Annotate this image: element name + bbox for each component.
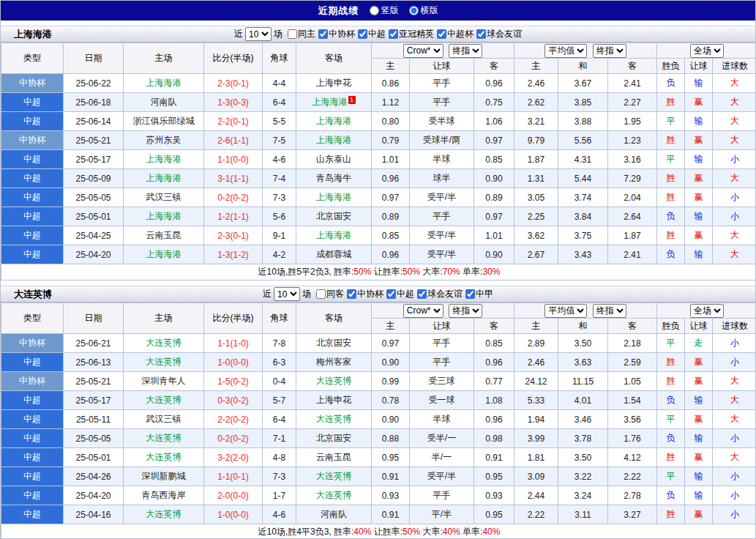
checkbox-input[interactable] [417, 289, 427, 299]
summary-text: 大率: [420, 527, 443, 537]
handicap-home-odds-cell: 1.12 [372, 93, 410, 112]
checkbox-input[interactable] [389, 29, 398, 39]
match-row: 中超25-04-20上海海港1-3(1-2)4-2成都蓉城0.96受平/半0.9… [1, 245, 756, 264]
league-type-cell: 中超 [1, 207, 64, 226]
filter-checkbox[interactable]: 同主 [288, 28, 315, 40]
match-date-cell: 25-05-01 [64, 448, 124, 467]
away-team-name: 大连英博 [316, 471, 351, 481]
result-cell: 负 [657, 486, 685, 505]
match-date-cell: 25-04-25 [64, 226, 124, 245]
filter-checkbox[interactable]: 中协杯 [318, 28, 355, 40]
handicap-line-cell: 平手 [410, 334, 474, 353]
match-date-cell: 25-05-17 [64, 150, 124, 169]
match-count-select[interactable]: 10 [245, 27, 272, 41]
filter-checkbox[interactable]: 中超杯 [437, 28, 474, 40]
home-team-cell: 深圳青年人 [124, 372, 204, 391]
col-header-type: 类型 [1, 303, 64, 334]
avg-home-odds-cell: 3.21 [514, 112, 558, 131]
summary-row: 近10场,胜4平3负3, 胜率:40% 让胜率:50% 大率:40% 单率:40… [1, 524, 756, 539]
final-odds-select-2[interactable]: 终指 [593, 44, 626, 58]
checkbox-input[interactable] [476, 29, 486, 39]
filter-checkbox[interactable]: 同客 [316, 288, 344, 300]
scope-select[interactable]: 全场 [690, 304, 724, 318]
checkbox-input[interactable] [358, 29, 367, 39]
filter-checkbox[interactable]: 中协杯 [347, 288, 383, 300]
avg-home-odds-cell: 1.87 [514, 150, 558, 169]
match-date-cell: 25-04-20 [64, 486, 124, 505]
handicap-result-cell: 赢 [685, 226, 713, 245]
match-count-select[interactable]: 10 [274, 287, 300, 301]
filter-checkbox[interactable]: 中甲 [465, 288, 493, 300]
final-odds-select[interactable]: 终指 [449, 44, 482, 58]
handicap-odds-group-header: Crow* 终指 [372, 303, 514, 319]
checkbox-input[interactable] [465, 289, 475, 299]
home-team-cell: 上海海港 [124, 169, 204, 188]
handicap-result-cell: 输 [685, 429, 713, 448]
filter-checkbox[interactable]: 亚冠精英 [389, 28, 434, 40]
goals-result-cell: 小 [713, 429, 756, 448]
sub-header-goals: 进球数 [713, 59, 756, 74]
away-team-cell: 梅州客家 [296, 353, 372, 372]
result-cell: 胜 [657, 353, 685, 372]
score-cell: 0-2(0-2) [204, 429, 263, 448]
avg-away-odds-cell: 2.18 [608, 334, 657, 353]
home-team-name: 大连英博 [146, 395, 181, 405]
filter-checkbox[interactable]: 球会友谊 [476, 28, 522, 40]
vertical-radio-input[interactable] [370, 6, 379, 15]
final-odds-select[interactable]: 终指 [449, 304, 482, 318]
handicap-line-cell: 球半 [410, 169, 474, 188]
horizontal-radio-input[interactable] [409, 6, 419, 15]
filter-checkbox[interactable]: 中超 [386, 288, 414, 300]
sub-header-avg-draw: 和 [558, 319, 608, 334]
filter-checkbox[interactable]: 中超 [358, 28, 386, 40]
avg-home-odds-cell: 2.44 [514, 486, 558, 505]
average-select[interactable]: 平均值 [544, 44, 587, 58]
result-cell: 胜 [657, 131, 685, 150]
handicap-away-odds-cell: 0.75 [474, 93, 514, 112]
col-header-date: 日期 [64, 43, 124, 74]
handicap-odds-group-header: Crow* 终指 [372, 43, 514, 59]
avg-draw-odds-cell: 3.84 [558, 207, 608, 226]
average-select[interactable]: 平均值 [544, 304, 587, 318]
away-team-cell: 成都蓉城 [296, 245, 372, 264]
checkbox-input[interactable] [437, 29, 446, 39]
final-odds-select-2[interactable]: 终指 [593, 304, 626, 318]
home-team-name: 大连英博 [146, 433, 181, 443]
away-team-cell: 上海海港 [296, 112, 372, 131]
team-section-shanghai: 上海海港 近 10 场 同主中协杯中超亚冠精英中超杯球会友谊 类型 日期 主场 … [1, 26, 755, 280]
checkbox-input[interactable] [386, 289, 396, 299]
avg-away-odds-cell: 2.41 [608, 245, 657, 264]
bookmaker-select[interactable]: Crow* [403, 44, 444, 58]
score-cell: 1-5(0-2) [204, 372, 263, 391]
handicap-line-cell: 半球 [410, 150, 474, 169]
handicap-away-odds-cell: 0.96 [474, 353, 514, 372]
layout-radio-horizontal[interactable]: 横版 [409, 4, 438, 17]
match-date-cell: 25-06-13 [64, 353, 124, 372]
corner-cell: 4-4 [263, 74, 296, 93]
handicap-result-cell: 赢 [685, 188, 713, 207]
checkbox-input[interactable] [347, 289, 356, 299]
filter-checkbox[interactable]: 球会友谊 [417, 288, 463, 300]
summary-text: 50% [403, 267, 420, 277]
league-type-cell: 中协杯 [1, 131, 64, 150]
team-section-dalian: 大连英博 近 10 场 同客中协杯中超球会友谊中甲 类型 日期 主场 比分(半场… [1, 286, 755, 539]
layout-radio-vertical[interactable]: 竖版 [370, 4, 399, 17]
handicap-result-cell: 输 [685, 245, 713, 264]
match-row: 中超25-05-11武汉三镇2-2(0-2)6-4大连英博0.90半球0.961… [1, 410, 756, 429]
checkbox-input[interactable] [316, 289, 326, 299]
sub-header-handicap-result: 让球 [685, 59, 713, 74]
checkbox-input[interactable] [318, 29, 328, 39]
bookmaker-select[interactable]: Crow* [403, 304, 444, 318]
summary-text: 70% [443, 267, 460, 277]
goals-result-cell: 小 [713, 353, 756, 372]
home-team-cell: 苏州东吴 [124, 131, 204, 150]
handicap-line-cell: 受半/一 [410, 429, 474, 448]
results-table: 类型 日期 主场 比分(半场) 角球 客场 Crow* 终指 平均值 终指 [1, 302, 756, 539]
home-team-name: 上海海港 [146, 78, 181, 88]
handicap-away-odds-cell: 0.90 [474, 169, 514, 188]
sub-header-home-odds: 主 [372, 319, 410, 334]
avg-home-odds-cell: 1.31 [514, 169, 558, 188]
handicap-line-cell: 受半球 [410, 112, 474, 131]
scope-select[interactable]: 全场 [690, 44, 724, 58]
checkbox-input[interactable] [288, 29, 297, 39]
